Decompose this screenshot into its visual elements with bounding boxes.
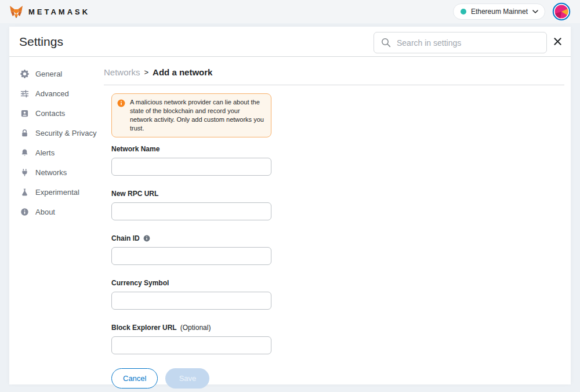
page-title: Settings: [19, 35, 63, 49]
sidebar-item-label: Security & Privacy: [35, 129, 96, 137]
block-explorer-url-input[interactable]: [111, 336, 271, 354]
sidebar-item-label: About: [35, 208, 55, 216]
field-label: New RPC URL: [111, 190, 271, 198]
field-chain-id: Chain ID: [111, 234, 271, 265]
breadcrumb-current: Add a network: [153, 67, 212, 77]
account-avatar[interactable]: [552, 2, 571, 21]
metamask-fox-icon: [9, 5, 23, 18]
bell-icon: [20, 148, 29, 157]
field-block-explorer-url: Block Explorer URL (Optional): [111, 324, 271, 354]
rpc-url-input[interactable]: [111, 202, 271, 220]
network-warning-banner: A malicious network provider can lie abo…: [111, 93, 271, 137]
network-status-dot: [461, 9, 466, 14]
chain-id-info-icon[interactable]: [143, 235, 150, 242]
form-actions: Cancel Save: [111, 368, 271, 389]
field-label: Currency Symbol: [111, 279, 271, 287]
gear-icon: [20, 69, 29, 78]
field-label: Block Explorer URL (Optional): [111, 324, 271, 332]
optional-note: (Optional): [180, 324, 211, 332]
sidebar-item-label: General: [35, 70, 62, 78]
metamask-brand: METAMASK: [9, 5, 90, 18]
search-input[interactable]: [397, 38, 539, 48]
chain-id-input[interactable]: [111, 247, 271, 265]
save-button[interactable]: Save: [165, 368, 209, 389]
breadcrumb-networks-link[interactable]: Networks: [104, 67, 140, 77]
sidebar-item-label: Experimental: [35, 188, 79, 197]
info-icon: [20, 207, 29, 216]
warning-text: A malicious network provider can lie abo…: [130, 98, 264, 133]
sidebar-item-security-privacy[interactable]: Security & Privacy: [9, 123, 95, 143]
breadcrumb-separator: >: [144, 68, 149, 77]
sidebar-item-about[interactable]: About: [9, 202, 95, 222]
brand-wordmark: METAMASK: [28, 8, 90, 16]
sidebar-item-alerts[interactable]: Alerts: [9, 143, 95, 162]
settings-header: Settings: [9, 27, 571, 57]
settings-sidebar: General Advanced: [9, 57, 95, 384]
field-label: Chain ID: [111, 234, 271, 242]
cancel-button[interactable]: Cancel: [111, 368, 158, 389]
contact-card-icon: [20, 108, 29, 118]
field-currency-symbol: Currency Symbol: [111, 279, 271, 310]
sidebar-item-networks[interactable]: Networks: [9, 162, 95, 182]
sidebar-item-label: Networks: [35, 168, 67, 177]
close-icon: [553, 37, 562, 46]
add-network-form: A malicious network provider can lie abo…: [111, 93, 271, 389]
breadcrumb: Networks > Add a network: [104, 67, 564, 77]
settings-panel: Settings General: [9, 27, 571, 384]
settings-content: Networks > Add a network A malicious net…: [95, 57, 571, 384]
content-divider: [104, 85, 564, 85]
currency-symbol-input[interactable]: [111, 292, 271, 310]
field-label: Network Name: [111, 145, 271, 153]
field-new-rpc-url: New RPC URL: [111, 190, 271, 220]
sidebar-item-general[interactable]: General: [9, 64, 95, 84]
settings-search-box: [374, 32, 547, 53]
search-icon: [381, 38, 391, 48]
sliders-icon: [20, 89, 29, 98]
topbar: METAMASK Ethereum Mainnet: [0, 0, 580, 23]
close-settings-button[interactable]: [553, 37, 562, 46]
network-name: Ethereum Mainnet: [471, 8, 528, 16]
sidebar-item-label: Advanced: [35, 89, 69, 98]
plug-icon: [20, 168, 29, 177]
network-selector[interactable]: Ethereum Mainnet: [453, 3, 545, 20]
lock-icon: [20, 128, 29, 137]
sidebar-item-label: Alerts: [35, 148, 55, 157]
sidebar-item-label: Contacts: [35, 109, 65, 118]
sidebar-item-experimental[interactable]: Experimental: [9, 182, 95, 202]
alert-info-icon: [117, 99, 125, 107]
network-name-input[interactable]: [111, 158, 271, 176]
flask-icon: [20, 187, 29, 197]
field-network-name: Network Name: [111, 145, 271, 176]
chevron-down-icon: [532, 10, 538, 13]
sidebar-item-contacts[interactable]: Contacts: [9, 103, 95, 123]
sidebar-item-advanced[interactable]: Advanced: [9, 84, 95, 103]
